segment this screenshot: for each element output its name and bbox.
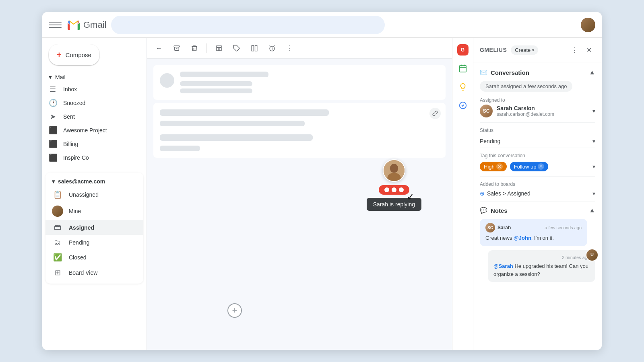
sales-item-unassigned[interactable]: 📋 Unassigned: [45, 187, 143, 202]
right-panel: GMELIUS Create ▾ ⋮ ✕ ✉️ Conversation: [473, 38, 602, 350]
board-circle-icon: ⊕: [480, 190, 485, 197]
skeleton-3: [180, 88, 252, 93]
gmelius-more-button[interactable]: ⋮: [568, 43, 581, 56]
snooze-button[interactable]: [265, 41, 279, 56]
label-button[interactable]: [229, 41, 244, 56]
sidebar-item-inbox[interactable]: ☰ Inbox: [42, 82, 142, 96]
rail-icon-gmelius[interactable]: G: [456, 43, 470, 57]
back-button[interactable]: ←: [152, 41, 166, 56]
sales-section: ▾ sales@acme.com 📋 Unassigned Mine 🗃 Ass…: [45, 173, 143, 284]
snoozed-icon: 🕐: [49, 99, 57, 107]
link-icon-button[interactable]: [429, 108, 441, 119]
gmail-logo: Gmail: [66, 18, 106, 32]
boards-value: ⊕ Sales > Assigned: [480, 190, 530, 197]
sales-item-assigned[interactable]: 🗃 Assigned: [45, 220, 143, 235]
status-dropdown-icon: ▾: [592, 138, 595, 144]
boardview-icon: ⊞: [52, 268, 63, 277]
sales-item-closed[interactable]: ✅ Closed: [45, 250, 143, 265]
status-select[interactable]: Pending ▾: [480, 135, 595, 148]
topbar: Gmail: [42, 12, 602, 38]
tag-high: High ✕: [480, 162, 507, 171]
status-value: Pending: [480, 138, 500, 144]
assigned-label: Assigned: [69, 224, 94, 231]
notes-collapse-button[interactable]: ▲: [589, 207, 595, 214]
mail-section-header[interactable]: ▾ Mail: [42, 72, 147, 82]
rail-icon-calendar[interactable]: [456, 61, 470, 76]
skeleton-2: [180, 81, 252, 86]
gmelius-title-text: GMELIUS: [480, 47, 507, 53]
move-button[interactable]: [212, 41, 226, 56]
tag-high-label: High: [484, 164, 495, 170]
more-button[interactable]: ⋮: [283, 41, 297, 56]
archive-button[interactable]: [169, 41, 184, 56]
sidebar-item-billing[interactable]: ⬛ Billing: [42, 137, 142, 151]
sales-item-mine[interactable]: Mine: [45, 202, 143, 220]
skeleton-4: [160, 109, 329, 116]
assignee-name: Sarah Carslon: [497, 105, 588, 111]
tag-high-remove-button[interactable]: ✕: [496, 163, 503, 170]
inbox-icon: ☰: [49, 85, 57, 94]
sales-item-pending[interactable]: 🗂 Pending: [45, 235, 143, 250]
compose-button[interactable]: + Compose: [49, 44, 99, 65]
tags-expand-button[interactable]: ▾: [592, 163, 595, 170]
mail-section-label: Mail: [55, 74, 66, 80]
panel-content: ✉️ Conversation ▲ Sarah assigned a few s…: [473, 62, 602, 350]
user-avatar-top[interactable]: [581, 18, 595, 32]
sidebar-item-inspire[interactable]: ⬛ Inspire Co: [42, 151, 142, 165]
menu-button[interactable]: [49, 19, 62, 31]
rail-icon-check[interactable]: [456, 98, 470, 113]
conversation-icon: ✉️: [480, 69, 487, 76]
add-email-button[interactable]: +: [227, 303, 242, 318]
notes-header: 💬 Notes ▲: [480, 207, 595, 214]
sales-chevron-icon: ▾: [52, 178, 55, 185]
note-bubble-2: U 2 minutes ago @Sarah He upgraded his t…: [488, 250, 595, 282]
activity-pill: Sarah assigned a few seconds ago: [480, 81, 572, 92]
sidebar-item-snoozed[interactable]: 🕐 Snoozed: [42, 96, 142, 110]
create-label: Create: [515, 47, 530, 53]
pending-label: Pending: [69, 239, 89, 246]
skeleton-6: [160, 134, 313, 141]
sidebar-item-awesome-project[interactable]: ⬛ Awesome Project: [42, 123, 142, 137]
skeleton-7: [160, 146, 200, 151]
note-1-time: a few seconds ago: [545, 224, 582, 231]
cursor-arrow-icon: ↙: [406, 191, 415, 203]
sidebar-item-sent[interactable]: ➤ Sent: [42, 110, 142, 123]
boards-field-label: Added to boards: [480, 181, 595, 187]
sales-section-header[interactable]: ▾ sales@acme.com: [45, 176, 143, 187]
billing-label: Billing: [63, 141, 78, 147]
skeleton-group: [160, 109, 439, 151]
boards-dropdown-icon[interactable]: ▾: [592, 190, 595, 197]
rail-icon-lightbulb[interactable]: [456, 80, 470, 94]
rec-dot-3: [399, 187, 404, 192]
gmelius-close-button[interactable]: ✕: [582, 43, 595, 56]
gmelius-create-button[interactable]: Create ▾: [511, 45, 538, 55]
svg-point-7: [390, 164, 398, 173]
email-area: ← ⋮: [147, 38, 452, 350]
email-thread-1: [153, 65, 446, 100]
gmail-text: Gmail: [83, 20, 106, 30]
svg-rect-3: [252, 45, 254, 51]
svg-rect-4: [255, 45, 257, 51]
boardview-label: Board View: [69, 269, 97, 276]
note-1-avatar: SC: [485, 223, 495, 232]
sales-item-boardview[interactable]: ⊞ Board View: [45, 265, 143, 280]
delete-button[interactable]: [187, 41, 202, 56]
conversation-collapse-button[interactable]: ▲: [589, 69, 595, 76]
note-bubble-1: SC Sarah a few seconds ago Great news @J…: [480, 219, 587, 246]
assignee-dropdown-icon[interactable]: ▾: [592, 108, 595, 114]
compose-plus-icon: +: [57, 51, 62, 59]
topbar-right: [581, 18, 595, 32]
email-content-area: ↙ Sarah is replying +: [147, 59, 452, 350]
notes-icon: 💬: [480, 207, 487, 214]
unassigned-icon: 📋: [52, 190, 63, 199]
conversation-title-text: Conversation: [491, 69, 529, 76]
search-input[interactable]: [111, 16, 385, 34]
tag-followup-remove-button[interactable]: ✕: [538, 163, 544, 170]
sent-label: Sent: [63, 113, 75, 120]
label-icon-inspire: ⬛: [49, 153, 57, 162]
note-1-text: Great news @John, I'm on it.: [485, 234, 582, 242]
columns-button[interactable]: [247, 41, 262, 56]
svg-rect-9: [459, 66, 466, 72]
gmelius-rail-icon: G: [457, 44, 469, 56]
unassigned-label: Unassigned: [69, 191, 99, 198]
